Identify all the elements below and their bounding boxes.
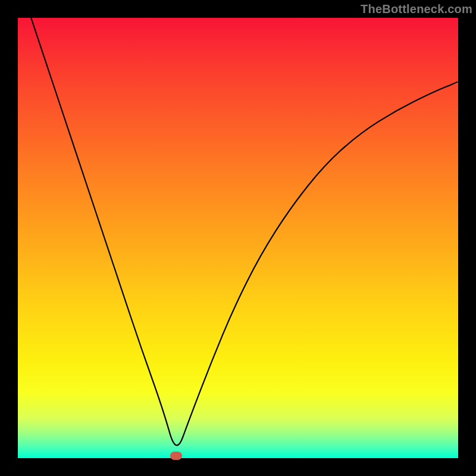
bottleneck-curve (31, 18, 458, 445)
chart-frame: TheBottleneck.com (0, 0, 476, 476)
watermark-text: TheBottleneck.com (361, 2, 472, 16)
optimum-marker (170, 452, 182, 460)
curve-svg (18, 18, 458, 458)
plot-area (18, 18, 458, 458)
